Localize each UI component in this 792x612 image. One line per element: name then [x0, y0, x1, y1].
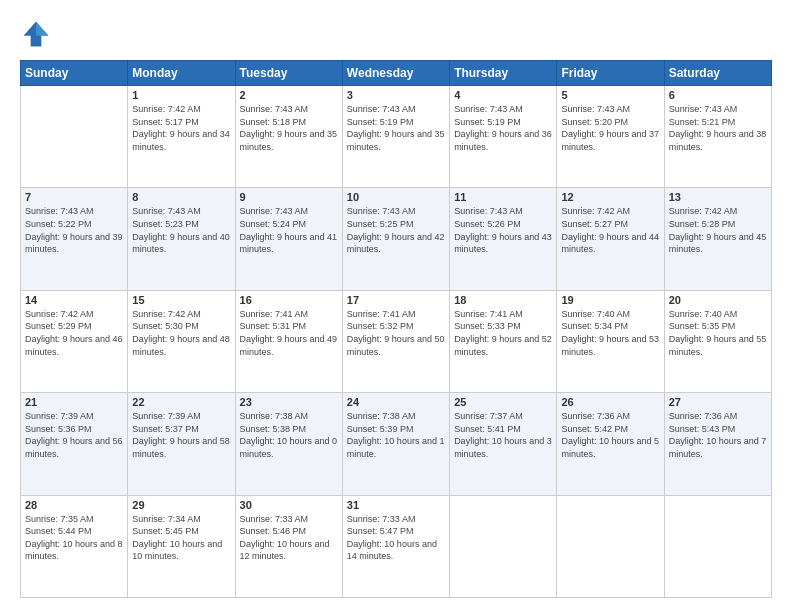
- calendar-week-row: 7Sunrise: 7:43 AMSunset: 5:22 PMDaylight…: [21, 188, 772, 290]
- calendar-cell: 28Sunrise: 7:35 AMSunset: 5:44 PMDayligh…: [21, 495, 128, 597]
- day-info: Sunrise: 7:34 AMSunset: 5:45 PMDaylight:…: [132, 514, 222, 562]
- day-info: Sunrise: 7:39 AMSunset: 5:37 PMDaylight:…: [132, 411, 230, 459]
- calendar-cell: 25Sunrise: 7:37 AMSunset: 5:41 PMDayligh…: [450, 393, 557, 495]
- calendar-cell: 4Sunrise: 7:43 AMSunset: 5:19 PMDaylight…: [450, 86, 557, 188]
- day-info: Sunrise: 7:43 AMSunset: 5:26 PMDaylight:…: [454, 206, 552, 254]
- calendar-cell: 12Sunrise: 7:42 AMSunset: 5:27 PMDayligh…: [557, 188, 664, 290]
- day-number: 16: [240, 294, 338, 306]
- weekday-header-wednesday: Wednesday: [342, 61, 449, 86]
- day-number: 30: [240, 499, 338, 511]
- calendar-cell: 29Sunrise: 7:34 AMSunset: 5:45 PMDayligh…: [128, 495, 235, 597]
- day-number: 15: [132, 294, 230, 306]
- calendar-cell: 26Sunrise: 7:36 AMSunset: 5:42 PMDayligh…: [557, 393, 664, 495]
- day-number: 4: [454, 89, 552, 101]
- calendar-cell: 17Sunrise: 7:41 AMSunset: 5:32 PMDayligh…: [342, 290, 449, 392]
- calendar-cell: 6Sunrise: 7:43 AMSunset: 5:21 PMDaylight…: [664, 86, 771, 188]
- calendar-cell: 13Sunrise: 7:42 AMSunset: 5:28 PMDayligh…: [664, 188, 771, 290]
- calendar-cell: 19Sunrise: 7:40 AMSunset: 5:34 PMDayligh…: [557, 290, 664, 392]
- calendar-cell: 7Sunrise: 7:43 AMSunset: 5:22 PMDaylight…: [21, 188, 128, 290]
- day-info: Sunrise: 7:33 AMSunset: 5:46 PMDaylight:…: [240, 514, 330, 562]
- day-info: Sunrise: 7:36 AMSunset: 5:42 PMDaylight:…: [561, 411, 659, 459]
- day-number: 29: [132, 499, 230, 511]
- calendar-cell: 21Sunrise: 7:39 AMSunset: 5:36 PMDayligh…: [21, 393, 128, 495]
- day-number: 23: [240, 396, 338, 408]
- day-number: 25: [454, 396, 552, 408]
- calendar-cell: 16Sunrise: 7:41 AMSunset: 5:31 PMDayligh…: [235, 290, 342, 392]
- weekday-header-tuesday: Tuesday: [235, 61, 342, 86]
- weekday-header-friday: Friday: [557, 61, 664, 86]
- calendar-cell: 9Sunrise: 7:43 AMSunset: 5:24 PMDaylight…: [235, 188, 342, 290]
- calendar-cell: 1Sunrise: 7:42 AMSunset: 5:17 PMDaylight…: [128, 86, 235, 188]
- day-info: Sunrise: 7:41 AMSunset: 5:33 PMDaylight:…: [454, 309, 552, 357]
- calendar-week-row: 1Sunrise: 7:42 AMSunset: 5:17 PMDaylight…: [21, 86, 772, 188]
- day-number: 8: [132, 191, 230, 203]
- calendar-cell: 18Sunrise: 7:41 AMSunset: 5:33 PMDayligh…: [450, 290, 557, 392]
- calendar-week-row: 28Sunrise: 7:35 AMSunset: 5:44 PMDayligh…: [21, 495, 772, 597]
- calendar-cell: 31Sunrise: 7:33 AMSunset: 5:47 PMDayligh…: [342, 495, 449, 597]
- day-number: 20: [669, 294, 767, 306]
- calendar-cell: 23Sunrise: 7:38 AMSunset: 5:38 PMDayligh…: [235, 393, 342, 495]
- day-number: 22: [132, 396, 230, 408]
- day-info: Sunrise: 7:41 AMSunset: 5:32 PMDaylight:…: [347, 309, 445, 357]
- calendar-cell: [450, 495, 557, 597]
- day-info: Sunrise: 7:42 AMSunset: 5:29 PMDaylight:…: [25, 309, 123, 357]
- day-info: Sunrise: 7:40 AMSunset: 5:34 PMDaylight:…: [561, 309, 659, 357]
- svg-marker-1: [36, 22, 48, 36]
- day-number: 28: [25, 499, 123, 511]
- weekday-header-monday: Monday: [128, 61, 235, 86]
- day-info: Sunrise: 7:42 AMSunset: 5:27 PMDaylight:…: [561, 206, 659, 254]
- calendar-week-row: 14Sunrise: 7:42 AMSunset: 5:29 PMDayligh…: [21, 290, 772, 392]
- calendar-table: SundayMondayTuesdayWednesdayThursdayFrid…: [20, 60, 772, 598]
- day-number: 2: [240, 89, 338, 101]
- day-info: Sunrise: 7:40 AMSunset: 5:35 PMDaylight:…: [669, 309, 767, 357]
- day-number: 11: [454, 191, 552, 203]
- day-info: Sunrise: 7:43 AMSunset: 5:20 PMDaylight:…: [561, 104, 659, 152]
- calendar-cell: 20Sunrise: 7:40 AMSunset: 5:35 PMDayligh…: [664, 290, 771, 392]
- day-number: 6: [669, 89, 767, 101]
- header: [20, 18, 772, 50]
- day-number: 13: [669, 191, 767, 203]
- calendar-cell: 5Sunrise: 7:43 AMSunset: 5:20 PMDaylight…: [557, 86, 664, 188]
- day-info: Sunrise: 7:43 AMSunset: 5:25 PMDaylight:…: [347, 206, 445, 254]
- calendar-week-row: 21Sunrise: 7:39 AMSunset: 5:36 PMDayligh…: [21, 393, 772, 495]
- calendar-cell: 10Sunrise: 7:43 AMSunset: 5:25 PMDayligh…: [342, 188, 449, 290]
- calendar-cell: 30Sunrise: 7:33 AMSunset: 5:46 PMDayligh…: [235, 495, 342, 597]
- day-info: Sunrise: 7:39 AMSunset: 5:36 PMDaylight:…: [25, 411, 123, 459]
- day-number: 12: [561, 191, 659, 203]
- calendar-cell: 15Sunrise: 7:42 AMSunset: 5:30 PMDayligh…: [128, 290, 235, 392]
- day-info: Sunrise: 7:41 AMSunset: 5:31 PMDaylight:…: [240, 309, 338, 357]
- day-info: Sunrise: 7:42 AMSunset: 5:28 PMDaylight:…: [669, 206, 767, 254]
- day-info: Sunrise: 7:35 AMSunset: 5:44 PMDaylight:…: [25, 514, 123, 562]
- day-info: Sunrise: 7:36 AMSunset: 5:43 PMDaylight:…: [669, 411, 767, 459]
- day-info: Sunrise: 7:43 AMSunset: 5:18 PMDaylight:…: [240, 104, 338, 152]
- day-info: Sunrise: 7:43 AMSunset: 5:19 PMDaylight:…: [347, 104, 445, 152]
- calendar-cell: [21, 86, 128, 188]
- day-info: Sunrise: 7:43 AMSunset: 5:21 PMDaylight:…: [669, 104, 767, 152]
- day-number: 1: [132, 89, 230, 101]
- calendar-cell: [664, 495, 771, 597]
- calendar-cell: 8Sunrise: 7:43 AMSunset: 5:23 PMDaylight…: [128, 188, 235, 290]
- day-number: 21: [25, 396, 123, 408]
- day-number: 3: [347, 89, 445, 101]
- weekday-header-thursday: Thursday: [450, 61, 557, 86]
- day-number: 7: [25, 191, 123, 203]
- day-info: Sunrise: 7:43 AMSunset: 5:19 PMDaylight:…: [454, 104, 552, 152]
- day-info: Sunrise: 7:42 AMSunset: 5:30 PMDaylight:…: [132, 309, 230, 357]
- calendar-cell: 11Sunrise: 7:43 AMSunset: 5:26 PMDayligh…: [450, 188, 557, 290]
- day-number: 10: [347, 191, 445, 203]
- page: SundayMondayTuesdayWednesdayThursdayFrid…: [0, 0, 792, 612]
- weekday-header-sunday: Sunday: [21, 61, 128, 86]
- day-info: Sunrise: 7:38 AMSunset: 5:38 PMDaylight:…: [240, 411, 338, 459]
- day-number: 24: [347, 396, 445, 408]
- calendar-cell: 14Sunrise: 7:42 AMSunset: 5:29 PMDayligh…: [21, 290, 128, 392]
- day-info: Sunrise: 7:43 AMSunset: 5:22 PMDaylight:…: [25, 206, 123, 254]
- day-number: 5: [561, 89, 659, 101]
- day-number: 18: [454, 294, 552, 306]
- day-number: 9: [240, 191, 338, 203]
- weekday-header-row: SundayMondayTuesdayWednesdayThursdayFrid…: [21, 61, 772, 86]
- calendar-cell: 24Sunrise: 7:38 AMSunset: 5:39 PMDayligh…: [342, 393, 449, 495]
- calendar-cell: 27Sunrise: 7:36 AMSunset: 5:43 PMDayligh…: [664, 393, 771, 495]
- day-number: 19: [561, 294, 659, 306]
- calendar-cell: 2Sunrise: 7:43 AMSunset: 5:18 PMDaylight…: [235, 86, 342, 188]
- day-info: Sunrise: 7:38 AMSunset: 5:39 PMDaylight:…: [347, 411, 445, 459]
